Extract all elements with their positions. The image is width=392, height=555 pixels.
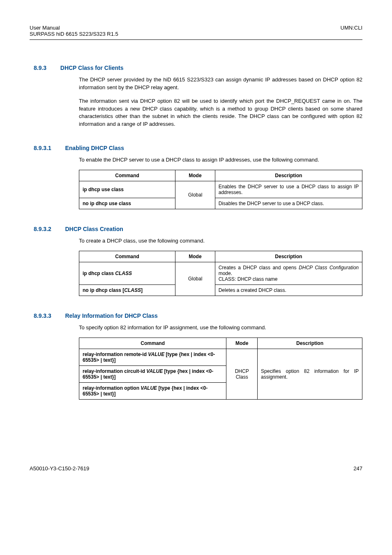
subsection-heading-8-9-3-3: 8.9.3.3 Relay Information for DHCP Class xyxy=(30,312,362,319)
cmd-text: relay-information option xyxy=(83,385,141,391)
command-table-enable-class: Command Mode Description ip dhcp use cla… xyxy=(79,170,362,209)
cell-desc: Disables the DHCP server to use a DHCP c… xyxy=(215,198,362,209)
table-row: relay-information remote-id VALUE [type … xyxy=(79,349,362,365)
cmd-text: hex xyxy=(173,385,182,391)
header-left: User Manual SURPASS hiD 6615 S223/S323 R… xyxy=(30,25,118,37)
desc-text: mode. xyxy=(219,271,232,276)
cmd-text: index xyxy=(194,352,206,357)
cmd-text: text xyxy=(103,357,112,363)
cell-command: relay-information remote-id VALUE [type … xyxy=(79,349,226,365)
cell-desc: Deletes a created DHCP class. xyxy=(215,284,362,296)
table-header-row: Command Mode Description xyxy=(79,170,362,181)
cmd-text: | xyxy=(182,385,186,391)
cmd-arg: CLASS xyxy=(124,287,141,293)
header-right: UMN:CLI xyxy=(341,25,362,31)
footer-left: A50010-Y3-C150-2-7619 xyxy=(30,465,89,472)
table-row: no ip dhcp use class Disables the DHCP s… xyxy=(79,198,362,209)
cmd-text: }] xyxy=(112,391,116,397)
section-title: DHCP Class for Clients xyxy=(60,65,124,71)
subsection-title: DHCP Class Creation xyxy=(65,226,123,232)
cmd-text: relay-information circuit-id xyxy=(83,368,146,374)
cmd-text: type xyxy=(160,385,170,391)
cmd-text: ip dhcp class xyxy=(83,271,115,276)
paragraph: To enable the DHCP server to use a DHCP … xyxy=(79,156,362,164)
cell-desc: Enables the DHCP server to use a DHCP cl… xyxy=(215,181,362,198)
th-description: Description xyxy=(215,251,362,262)
cmd-arg: VALUE xyxy=(141,385,157,391)
subsection-title: Enabling DHCP Class xyxy=(65,145,124,151)
cmd-text: hex xyxy=(179,368,188,374)
th-command: Command xyxy=(79,170,175,181)
th-description: Description xyxy=(258,338,362,349)
subsection-number: 8.9.3.3 xyxy=(34,312,51,319)
cmd-text: { xyxy=(170,385,173,391)
content-area: 8.9.3 DHCP Class for Clients The DHCP se… xyxy=(79,65,362,400)
table-row: no ip dhcp class [CLASS] Deletes a creat… xyxy=(79,284,362,296)
cmd-text: { xyxy=(178,352,181,357)
section-heading-8-9-3: 8.9.3 DHCP Class for Clients xyxy=(30,65,362,71)
cmd-text: | xyxy=(188,368,192,374)
cmd-text: text xyxy=(103,374,112,380)
cell-mode: Global xyxy=(175,262,215,296)
desc-text: CLASS: DHCP class name xyxy=(219,276,278,282)
header-left-line2: SURPASS hiD 6615 S223/S323 R1.5 xyxy=(30,31,118,37)
cmd-text: type xyxy=(166,368,176,374)
cell-desc: Specifies option 82 information for IP a… xyxy=(258,349,362,399)
cmd-bracket: ] xyxy=(141,287,143,293)
cell-command: relay-information circuit-id VALUE [type… xyxy=(79,365,226,382)
section-number: 8.9.3 xyxy=(34,65,46,71)
cell-command: ip dhcp use class xyxy=(79,181,175,198)
page-footer: A50010-Y3-C150-2-7619 247 xyxy=(30,465,362,472)
th-mode: Mode xyxy=(175,251,215,262)
subsection-heading-8-9-3-1: 8.9.3.1 Enabling DHCP Class xyxy=(30,145,362,151)
paragraph: To specify option 82 information for IP … xyxy=(79,324,362,332)
cmd-text: relay-information remote-id xyxy=(83,352,148,357)
cmd-arg: CLASS xyxy=(115,271,132,276)
th-mode: Mode xyxy=(175,170,215,181)
cell-desc: Creates a DHCP class and opens DHCP Clas… xyxy=(215,262,362,284)
cmd-text: type xyxy=(167,352,178,357)
paragraph: The DHCP server provided by the hiD 6615… xyxy=(79,76,362,92)
page-header: User Manual SURPASS hiD 6615 S223/S323 R… xyxy=(30,25,362,37)
th-command: Command xyxy=(79,338,226,349)
cell-command: relay-information option VALUE [type {he… xyxy=(79,382,226,399)
command-table-create-class: Command Mode Description ip dhcp class C… xyxy=(79,251,362,296)
cmd-text: index xyxy=(192,368,205,374)
desc-mode: DHCP Class Configuration xyxy=(299,265,359,271)
th-mode: Mode xyxy=(226,338,258,349)
subsection-title: Relay Information for DHCP Class xyxy=(65,312,157,319)
cell-command: no ip dhcp class [CLASS] xyxy=(79,284,175,296)
subsection-heading-8-9-3-2: 8.9.3.2 DHCP Class Creation xyxy=(30,226,362,232)
cell-mode: DHCP Class xyxy=(226,349,258,399)
subsection-number: 8.9.3.1 xyxy=(34,145,51,151)
header-rule xyxy=(30,39,362,40)
cmd-text: text xyxy=(103,391,112,397)
page: User Manual SURPASS hiD 6615 S223/S323 R… xyxy=(0,0,392,488)
cmd-text: hex xyxy=(181,352,189,357)
table-header-row: Command Mode Description xyxy=(79,251,362,262)
cell-command: no ip dhcp use class xyxy=(79,198,175,209)
cmd-text: index xyxy=(186,385,199,391)
paragraph: To create a DHCP class, use the followin… xyxy=(79,237,362,245)
table-header-row: Command Mode Description xyxy=(79,338,362,349)
cmd-text: }] xyxy=(112,374,116,380)
th-description: Description xyxy=(215,170,362,181)
cell-command: ip dhcp class CLASS xyxy=(79,262,175,284)
header-left-line1: User Manual xyxy=(30,25,118,31)
th-command: Command xyxy=(79,251,175,262)
table-row: ip dhcp class CLASS Global Creates a DHC… xyxy=(79,262,362,284)
command-table-relay-info: Command Mode Description relay-informati… xyxy=(79,338,362,400)
desc-text: Creates a DHCP class and opens xyxy=(219,265,299,271)
cell-mode: Global xyxy=(175,181,215,209)
cmd-text: { xyxy=(176,368,179,374)
cmd-text: }] xyxy=(112,357,116,363)
table-row: ip dhcp use class Global Enables the DHC… xyxy=(79,181,362,198)
subsection-number: 8.9.3.2 xyxy=(34,226,51,232)
paragraph: The information sent via DHCP option 82 … xyxy=(79,97,362,128)
footer-right: 247 xyxy=(353,465,362,472)
cmd-text: | xyxy=(189,352,194,357)
cmd-arg: VALUE xyxy=(148,352,164,357)
cmd-text: no ip dhcp class xyxy=(83,287,122,293)
cmd-arg: VALUE xyxy=(146,368,163,374)
